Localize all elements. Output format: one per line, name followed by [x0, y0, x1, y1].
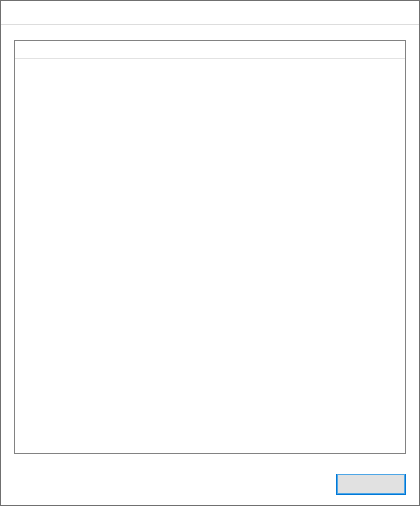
close-button[interactable] — [336, 474, 406, 495]
details-list[interactable] — [14, 40, 406, 454]
button-bar — [1, 465, 419, 505]
close-icon[interactable] — [385, 2, 418, 24]
titlebar — [1, 1, 419, 25]
list-header — [15, 41, 405, 59]
dialog-content — [1, 25, 419, 465]
network-details-dialog — [0, 0, 420, 506]
